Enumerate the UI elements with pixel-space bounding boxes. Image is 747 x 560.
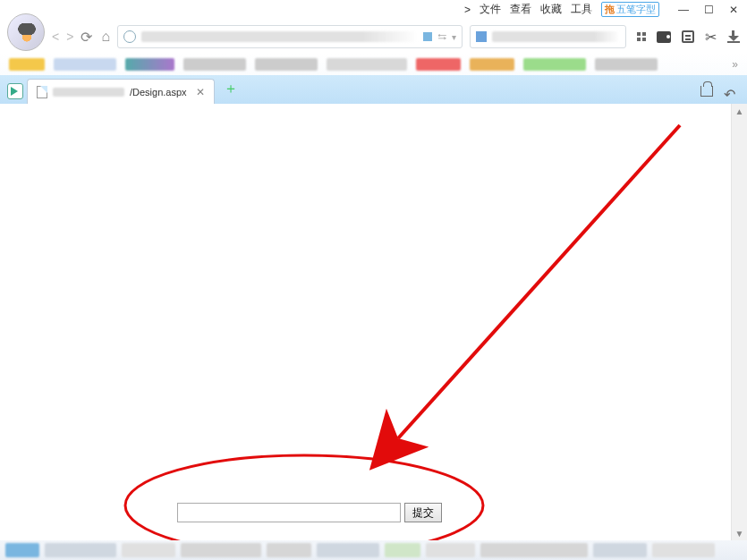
page-icon xyxy=(37,86,47,98)
addr-dropdown-icon[interactable]: ▾ xyxy=(452,32,456,42)
taskbar-item[interactable] xyxy=(480,543,588,557)
bookmark-item[interactable] xyxy=(470,58,514,71)
search-bar[interactable] xyxy=(470,25,626,48)
taskbar-item[interactable] xyxy=(593,543,647,557)
apps-grid-icon[interactable] xyxy=(637,32,646,41)
bookmark-item[interactable] xyxy=(523,58,586,71)
menu-file[interactable]: 文件 xyxy=(480,2,501,17)
bookmarks-overflow-icon[interactable]: » xyxy=(732,58,738,71)
toolbar: < > ⟳ ⌂ ⮀ ▾ ✂ xyxy=(0,20,747,54)
reload-icon[interactable]: ⟳ xyxy=(81,29,92,46)
taskbar xyxy=(0,540,747,560)
bookmark-item[interactable] xyxy=(327,58,407,71)
menu-tools[interactable]: 工具 xyxy=(571,2,592,17)
scroll-up-icon[interactable]: ▲ xyxy=(732,104,747,118)
page-content: 提交 xyxy=(0,104,731,540)
taskbar-item[interactable] xyxy=(267,543,311,557)
menu-chevron[interactable]: > xyxy=(464,4,471,16)
menu-favorites[interactable]: 收藏 xyxy=(540,2,562,17)
form-area: 提交 xyxy=(177,503,442,522)
taskbar-item[interactable] xyxy=(385,543,420,557)
addr-favicon xyxy=(423,32,432,41)
nav-forward-icon[interactable]: > xyxy=(66,30,73,44)
tab-close-icon[interactable]: ✕ xyxy=(196,86,205,98)
shopping-icon[interactable] xyxy=(700,86,713,97)
ime-badge[interactable]: 拖五笔字型 xyxy=(601,2,659,17)
taskbar-item[interactable] xyxy=(5,543,39,557)
tab-title-blurred xyxy=(53,88,124,97)
text-input[interactable] xyxy=(177,503,401,522)
submit-button[interactable]: 提交 xyxy=(404,503,442,522)
scissors-icon[interactable]: ✂ xyxy=(705,29,717,46)
nav-back-icon[interactable]: < xyxy=(52,30,59,44)
address-bar[interactable]: ⮀ ▾ xyxy=(117,25,463,48)
bookmarks-bar: » xyxy=(0,54,747,75)
taskbar-item[interactable] xyxy=(317,543,379,557)
taskbar-item[interactable] xyxy=(122,543,175,557)
window-minimize-icon[interactable]: — xyxy=(677,4,690,16)
bookmark-item[interactable] xyxy=(255,58,318,71)
menu-bar: > 文件 查看 收藏 工具 拖五笔字型 — ☐ ✕ xyxy=(0,0,747,20)
tab-active[interactable]: /Design.aspx ✕ xyxy=(27,79,215,104)
site-shield-icon xyxy=(123,30,136,43)
download-icon[interactable] xyxy=(727,30,740,43)
addr-chevron-icon[interactable]: ⮀ xyxy=(437,32,446,42)
bookmark-item[interactable] xyxy=(9,58,45,71)
vertical-scrollbar[interactable]: ▲ ▼ xyxy=(731,104,747,540)
taskbar-item[interactable] xyxy=(181,543,261,557)
taskbar-item[interactable] xyxy=(45,543,116,557)
bookmark-item[interactable] xyxy=(416,58,461,71)
taskbar-item[interactable] xyxy=(426,543,475,557)
window-close-icon[interactable]: ✕ xyxy=(727,4,740,16)
menu-view[interactable]: 查看 xyxy=(510,2,531,17)
search-engine-icon xyxy=(476,31,487,42)
taskbar-item[interactable] xyxy=(652,543,715,557)
reader-icon[interactable] xyxy=(682,30,694,43)
avatar[interactable] xyxy=(7,13,45,51)
bookmark-item[interactable] xyxy=(183,58,246,71)
tab-strip: /Design.aspx ✕ ＋ xyxy=(0,75,747,104)
bookmark-item[interactable] xyxy=(595,58,658,71)
scroll-down-icon[interactable]: ▼ xyxy=(732,526,747,540)
window-maximize-icon[interactable]: ☐ xyxy=(702,4,715,16)
home-icon[interactable]: ⌂ xyxy=(101,29,110,45)
address-text-blurred xyxy=(141,31,418,42)
sidebar-toggle-icon[interactable] xyxy=(7,83,23,99)
tab-title-suffix: /Design.aspx xyxy=(130,87,187,98)
wallet-icon[interactable] xyxy=(657,31,671,43)
restore-tab-icon[interactable] xyxy=(724,86,740,98)
bookmark-item[interactable] xyxy=(125,58,174,71)
search-text-blurred xyxy=(492,31,620,42)
new-tab-icon[interactable]: ＋ xyxy=(224,80,238,98)
bookmark-item[interactable] xyxy=(54,58,116,71)
